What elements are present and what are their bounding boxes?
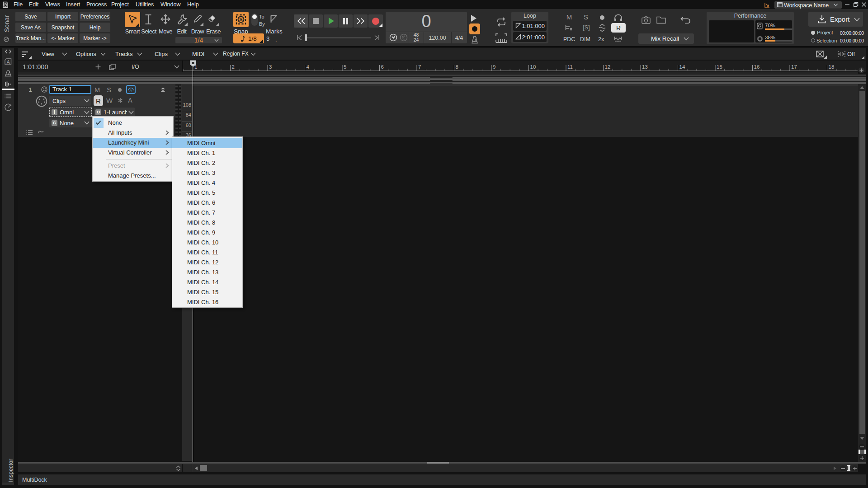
svg-text:S: S <box>239 17 242 22</box>
svg-text:11: 11 <box>567 64 573 70</box>
svg-text:15: 15 <box>717 64 722 70</box>
svg-text:A: A <box>129 88 132 93</box>
svg-text:3: 3 <box>269 64 272 70</box>
svg-text:7: 7 <box>418 64 421 70</box>
svg-text:17: 17 <box>791 64 797 70</box>
svg-text:16: 16 <box>754 64 760 70</box>
svg-text:10: 10 <box>530 64 536 70</box>
svg-text:8: 8 <box>456 64 458 70</box>
svg-text:6: 6 <box>381 64 384 70</box>
svg-text:4: 4 <box>307 64 310 70</box>
svg-text:13: 13 <box>642 64 648 70</box>
svg-text:2: 2 <box>232 64 235 70</box>
svg-text:14: 14 <box>679 64 685 70</box>
svg-text:9: 9 <box>493 64 495 70</box>
svg-text:5: 5 <box>344 64 346 70</box>
svg-text:12: 12 <box>605 64 611 70</box>
svg-text:A: A <box>7 59 10 65</box>
svg-text:18: 18 <box>829 64 835 70</box>
